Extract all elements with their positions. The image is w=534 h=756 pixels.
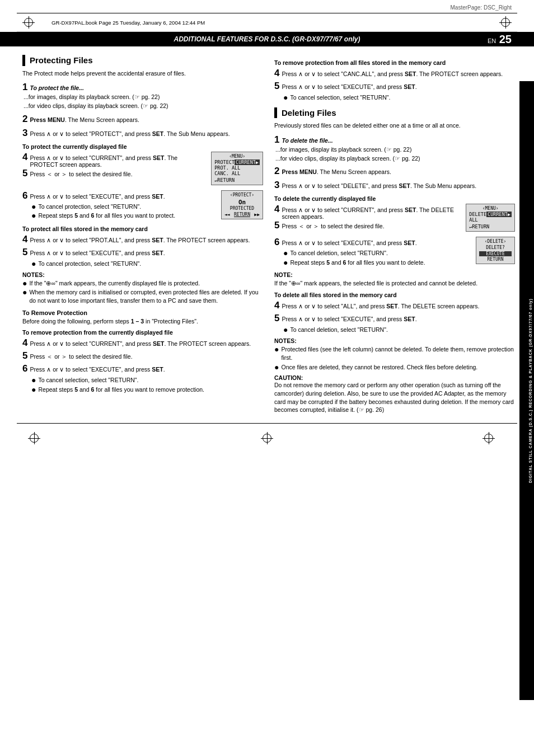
del-step4-row: 4 Press ∧ or ∨ to select "CURRENT", and … [274,204,461,220]
del-step6-text: Press ∧ or ∨ to select "EXECUTE", and pr… [282,240,416,246]
screen-nav-fwd: ▶▶ [254,212,260,217]
delete-note-text: If the "⊕∞" mark appears, the selected f… [274,279,515,288]
protect-notes: NOTES: ● If the "⊕∞" mark appears, the c… [22,271,263,305]
del-all-step4-num: 4 [274,300,279,311]
deleting-files-intro: Previously stored files can be deleted e… [274,121,515,130]
reg-mark-bottom-center [261,432,273,444]
bullet-dot2: ● [31,212,36,219]
rem-cur-step5-num: 5 [22,350,27,361]
reg-mark-top-right [499,16,512,29]
rem-cur-step5-text: Press ＜ or ＞ to select the desired file. [30,353,132,361]
rem-all-step5-text: Press ∧ or ∨ to select "EXECUTE", and pr… [282,83,416,90]
step6-row: 6 Press ∧ or ∨ to select "EXECUTE", and … [22,190,217,201]
protect-step1: 1 To protect the file... ...for images, … [22,82,263,111]
del-notes-bullet1: ● [274,345,279,353]
screen-return-label: RETURN [217,177,235,183]
rem-all-step5-num: 5 [274,81,279,92]
bottom-reg-area [17,423,517,462]
prot-all-bullet: ● To cancel protection, select "RETURN". [22,260,263,268]
screen-delete-state-header: ‹DELETE› [479,239,512,244]
screen-execute-btn: EXECUTE [479,251,512,256]
screen-return-btn: RETURN [234,212,250,217]
right-sidebar-label: DIGITAL STILL CAMERA (D.S.C.) RECORDING … [519,81,534,700]
delete-notes-item2-text: Once files are deleted, they cannot be r… [281,363,477,372]
del-step3-num: 3 [274,180,279,191]
del-step2-num: 2 [274,166,279,177]
screen-nav-row: ◄◄ RETURN ▶▶ [224,212,260,217]
protect-all-step5: 5 Press ∧ or ∨ to select "EXECUTE", and … [22,247,263,258]
step1-title: To protect the file... [30,84,83,91]
step1-line2: ...for video clips, display its playback… [24,102,263,111]
caution-text: Do not remove the memory card or perform… [274,381,515,414]
note-item1-text: If the "⊕∞" mark appears, the currently … [29,279,200,288]
note-bullet2: ● [22,288,27,296]
prot-all-bullet-text: To cancel protection, select "RETURN". [38,260,141,268]
step6-num: 6 [22,190,27,201]
step3-text: Press ∧ or ∨ to select "PROTECT", and pr… [30,130,229,137]
protect-step2: 2 Press MENU. The Menu Screen appears. [22,114,263,125]
rem-cur-step5: 5 Press ＜ or ＞ to select the desired fil… [22,350,263,361]
screen-nav-back: ◄◄ [224,212,230,217]
delete-notes-title: NOTES: [274,337,515,344]
screen-delete-question: DELETE? [479,245,512,250]
rem-all-step4-num: 4 [274,68,279,79]
masterpage-label: MasterPage: DSC_Right [451,4,512,11]
protect-all-step4: 4 Press ∧ or ∨ to select "PROT.ALL", and… [22,234,263,245]
file-info-bar: GR-DX97PAL.book Page 25 Tuesday, January… [17,13,517,32]
protect-current-step6: ‹PROTECT› On PROTECTED ◄◄ RETURN ▶▶ 6 Pr… [22,190,263,221]
notes-title: NOTES: [22,271,263,278]
bullet-dot3: ● [31,260,36,267]
remove-protection-heading: To Remove Protection [22,309,263,316]
prot-all-step5-text: Press ∧ or ∨ to select "EXECUTE", and pr… [30,250,165,256]
screen-return-row: ↵RETURN [214,177,260,183]
step1-num: 1 [22,82,27,93]
protecting-files-intro: The Protect mode helps prevent the accid… [22,69,263,78]
step4-text: Press ∧ or ∨ to select "CURRENT", and pr… [30,154,207,168]
screen-delete-return-btn: RETURN [479,257,512,262]
del-step1-line1: ...for images, display its playback scre… [275,145,515,154]
step5-text: Press ＜ or ＞ to select the desired file. [30,171,132,179]
step6-bullet1: ● To cancel protection, select "RETURN". [22,203,217,211]
delete-notes-item2: ● Once files are deleted, they cannot be… [274,363,515,372]
delete-step3: 3 Press ∧ or ∨ to select "DELETE", and p… [274,180,515,191]
screen-delete-label: DELETE [469,212,486,217]
del-all-step4: 4 Press ∧ or ∨ to select "ALL", and pres… [274,300,515,311]
step3-num: 3 [22,128,27,139]
del-step5-text: Press ＜ or ＞ to select the desired file. [282,223,384,231]
del-step5-num: 5 [274,220,279,231]
screen-menu-delete: ‹MENU› DELETE CURRENT▶ ALL ↵RETURN [466,204,515,232]
remove-all-heading: To remove protection from all files stor… [274,59,515,66]
rem-cur-step4-num: 4 [22,337,27,349]
top-bar: MasterPage: DSC_Right [0,0,534,13]
rem-bullet1-dot: ● [31,376,36,384]
left-column: Protecting Files The Protect mode helps … [22,55,263,417]
reg-mark-bottom-left [28,432,40,444]
del-step6-bullet2: ● Repeat steps 5 and 6 for all files you… [274,259,471,267]
del-step6-num: 6 [274,237,279,248]
del-all-bullet-dot: ● [283,326,288,334]
screen-prot-all: PROT. ALL [214,165,260,171]
del-step3-text: Press ∧ or ∨ to select "DELETE", and pre… [282,182,476,189]
del-all-bullet: ● To cancel deletion, select "RETURN". [274,326,515,334]
rem-cur-bullet2: ● Repeat steps 5 and 6 for all files you… [22,386,263,394]
rem-all-step4-text: Press ∧ or ∨ to select "CANC.ALL", and p… [282,71,503,77]
del-step5-row: 5 Press ＜ or ＞ to select the desired fil… [274,220,461,231]
step2-num: 2 [22,114,27,125]
step2-text: Press MENU. The Menu Screen appears. [30,116,139,123]
del-step1-title: To delete the file... [282,137,332,144]
step4-row: 4 Press ∧ or ∨ to select "CURRENT", and … [22,152,207,168]
bullet-dot: ● [31,203,36,210]
screen-canc-all: CANC. ALL [214,171,260,176]
screen-menu-header: ‹MENU› [214,154,260,159]
step4-num: 4 [22,152,27,163]
step6-bullet2-text: Repeat steps 5 and 6 for all files you w… [38,212,175,220]
del-all-step5: 5 Press ∧ or ∨ to select "EXECUTE", and … [274,313,515,324]
del-step2-text: Press MENU. The Menu Screen appears. [282,168,391,175]
step6-bullet1-text: To cancel protection, select "RETURN". [38,203,141,211]
protect-all-heading: To protect all files stored in the memor… [22,226,263,232]
step1-line1: ...for images, display its playback scre… [24,93,263,102]
delete-note: NOTE: If the "⊕∞" mark appears, the sele… [274,271,515,288]
del-all-step5-text: Press ∧ or ∨ to select "EXECUTE", and pr… [282,316,416,322]
rem-all-bullet-text: To cancel selection, select "RETURN". [290,93,390,102]
prot-all-step5-num: 5 [22,247,27,258]
